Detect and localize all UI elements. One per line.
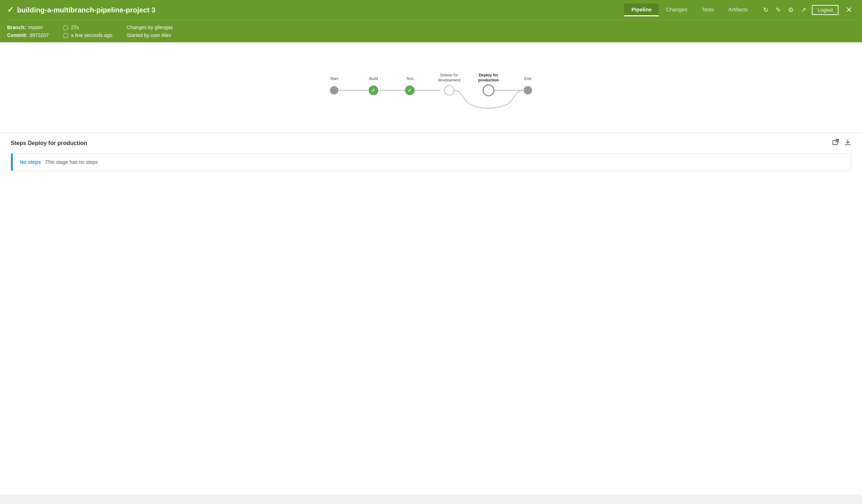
header-nav: Pipeline Changes Tests Artifacts bbox=[624, 4, 755, 16]
steps-section: Steps Deploy for production bbox=[0, 133, 862, 171]
tab-tests[interactable]: Tests bbox=[695, 4, 721, 16]
user-button[interactable]: ↗ bbox=[799, 5, 808, 15]
external-link-icon bbox=[832, 139, 839, 146]
node-start[interactable] bbox=[330, 86, 339, 95]
time-item: ◯ a few seconds ago bbox=[63, 32, 112, 38]
no-steps-text: This stage has no steps bbox=[45, 159, 98, 165]
meta-group-center: ◯ 27s ◯ a few seconds ago bbox=[63, 25, 112, 38]
changes-by: Changes by gilesgas bbox=[127, 25, 173, 30]
start-label: Start bbox=[330, 76, 338, 81]
node-end[interactable] bbox=[523, 86, 532, 95]
no-steps-label: No steps bbox=[20, 159, 41, 165]
deliver-label-2: development bbox=[438, 78, 460, 82]
branch-value: master bbox=[28, 25, 43, 30]
end-label: End bbox=[525, 76, 532, 81]
commit-label: Commit: bbox=[7, 32, 27, 38]
refresh-button[interactable]: ↻ bbox=[762, 5, 770, 15]
started-by: Started by user Alex bbox=[127, 32, 173, 38]
steps-header: Steps Deploy for production bbox=[11, 133, 851, 153]
meta-group-right: Changes by gilesgas Started by user Alex bbox=[127, 25, 173, 38]
project-title: building-a-multibranch-pipeline-project … bbox=[17, 6, 155, 14]
logout-button[interactable]: Logout bbox=[812, 5, 839, 15]
test-check: ✓ bbox=[408, 88, 412, 93]
svg-line-1 bbox=[836, 139, 839, 142]
meta-group-left: Branch: master Commit: d973207 bbox=[7, 25, 49, 38]
close-button[interactable]: ✕ bbox=[843, 4, 855, 16]
duration-icon: ◯ bbox=[63, 25, 69, 30]
tab-artifacts[interactable]: Artifacts bbox=[721, 4, 755, 16]
commit-item: Commit: d973207 bbox=[7, 32, 49, 38]
duration-value: 27s bbox=[71, 25, 79, 30]
time-icon: ◯ bbox=[63, 32, 69, 38]
tab-pipeline[interactable]: Pipeline bbox=[624, 4, 659, 16]
header-top: ✓ building-a-multibranch-pipeline-projec… bbox=[7, 0, 855, 20]
steps-content: No steps This stage has no steps bbox=[11, 153, 851, 171]
duration-item: ◯ 27s bbox=[63, 25, 112, 30]
deliver-label-1: Deliver for bbox=[440, 73, 458, 77]
time-value: a few seconds ago bbox=[71, 32, 112, 38]
node-deploy[interactable] bbox=[483, 85, 494, 96]
build-label: Build bbox=[369, 76, 378, 81]
deploy-label-1: Deploy for bbox=[479, 73, 498, 77]
header-actions: ↻ ✎ ⚙ ↗ Logout ✕ bbox=[762, 4, 855, 16]
steps-body: No steps This stage has no steps bbox=[13, 154, 851, 171]
deploy-label-2: production bbox=[478, 78, 499, 82]
edit-button[interactable]: ✎ bbox=[774, 5, 782, 15]
main-content: Start Build Test Deliver for development… bbox=[0, 42, 862, 495]
branch-label: Branch: bbox=[7, 25, 26, 30]
branch-item: Branch: master bbox=[7, 25, 49, 30]
node-deliver[interactable] bbox=[444, 85, 454, 95]
header: ✓ building-a-multibranch-pipeline-projec… bbox=[0, 0, 862, 42]
settings-button[interactable]: ⚙ bbox=[787, 5, 795, 15]
download-icon bbox=[844, 139, 851, 146]
check-icon: ✓ bbox=[7, 5, 14, 15]
build-check: ✓ bbox=[371, 88, 376, 93]
download-button[interactable] bbox=[844, 139, 851, 148]
commit-value: d973207 bbox=[30, 32, 49, 38]
pipeline-diagram: Start Build Test Deliver for development… bbox=[289, 57, 573, 122]
pipeline-area: Start Build Test Deliver for development… bbox=[0, 42, 862, 133]
tab-changes[interactable]: Changes bbox=[659, 4, 695, 16]
steps-title: Steps Deploy for production bbox=[11, 140, 87, 146]
external-link-button[interactable] bbox=[832, 139, 839, 148]
header-title: ✓ building-a-multibranch-pipeline-projec… bbox=[7, 5, 621, 15]
header-meta: Branch: master Commit: d973207 ◯ 27s ◯ a… bbox=[7, 20, 855, 42]
pipeline-svg: Start Build Test Deliver for development… bbox=[289, 57, 573, 120]
test-label: Test bbox=[406, 76, 413, 81]
steps-actions bbox=[832, 139, 851, 148]
